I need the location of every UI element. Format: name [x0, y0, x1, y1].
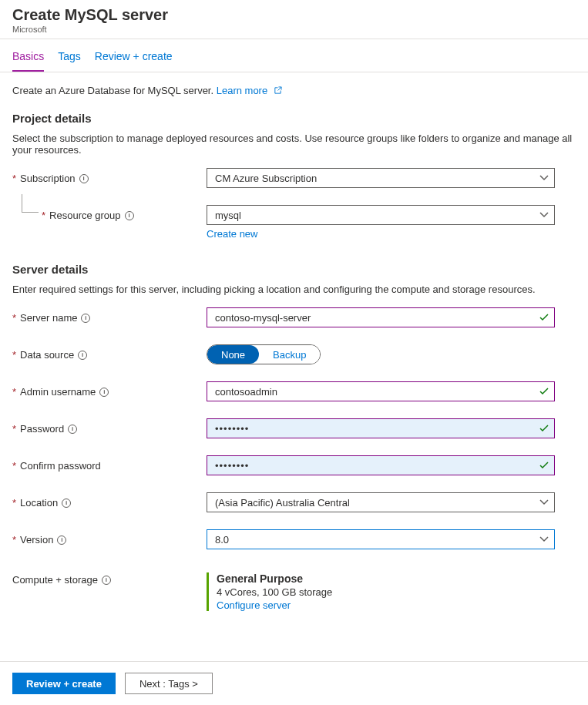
intro-desc: Create an Azure Database for MySQL serve… — [12, 85, 217, 96]
learn-more-text: Learn more — [217, 85, 267, 96]
version-select[interactable]: 8.0 — [207, 529, 555, 549]
required-indicator: * — [12, 534, 16, 546]
server-name-input[interactable]: contoso-mysql-server — [207, 307, 555, 327]
required-indicator: * — [12, 349, 16, 361]
server-details-desc: Enter required settings for this server,… — [12, 284, 576, 295]
resource-group-label: * Resource group i — [12, 205, 207, 221]
data-source-none[interactable]: None — [207, 345, 259, 364]
confirm-password-input[interactable]: •••••••• — [207, 455, 555, 475]
content: Create an Azure Database for MySQL serve… — [0, 72, 588, 611]
confirm-password-label-text: Confirm password — [20, 460, 101, 472]
compute-storage-label-text: Compute + storage — [12, 574, 98, 586]
data-source-label: * Data source i — [12, 344, 207, 361]
info-icon[interactable]: i — [102, 576, 111, 585]
confirm-password-label: * Confirm password — [12, 455, 207, 472]
admin-username-input[interactable]: contosoadmin — [207, 381, 555, 401]
subscription-value: CM Azure Subscription — [207, 168, 555, 188]
tab-review[interactable]: Review + create — [95, 50, 173, 72]
tab-tags[interactable]: Tags — [58, 50, 81, 72]
compute-storage-info: General Purpose 4 vCores, 100 GB storage… — [207, 572, 555, 611]
learn-more-link[interactable]: Learn more — [217, 85, 282, 96]
page-title: Create MySQL server — [12, 6, 576, 24]
tabs: Basics Tags Review + create — [0, 39, 588, 72]
location-label-text: Location — [20, 497, 58, 509]
required-indicator: * — [12, 497, 16, 509]
header: Create MySQL server Microsoft — [0, 0, 588, 39]
admin-username-input-wrapper: contosoadmin — [207, 381, 555, 401]
resource-group-select[interactable]: mysql — [207, 205, 555, 225]
intro-text: Create an Azure Database for MySQL serve… — [12, 85, 576, 96]
server-name-label-text: Server name — [20, 312, 77, 324]
location-label: * Location i — [12, 492, 207, 509]
subscription-select[interactable]: CM Azure Subscription — [207, 168, 555, 188]
server-details-heading: Server details — [12, 263, 576, 276]
version-value: 8.0 — [207, 529, 555, 549]
version-label-text: Version — [20, 534, 53, 546]
resource-group-value: mysql — [207, 205, 555, 225]
password-input[interactable]: •••••••• — [207, 418, 555, 438]
info-icon[interactable]: i — [79, 174, 89, 183]
info-icon[interactable]: i — [99, 388, 109, 397]
publisher-name: Microsoft — [12, 25, 576, 34]
project-details-heading: Project details — [12, 112, 576, 125]
version-label: * Version i — [12, 529, 207, 546]
admin-username-label-text: Admin username — [20, 386, 96, 398]
tree-indent-line — [22, 194, 39, 213]
data-source-toggle: None Backup — [207, 344, 321, 364]
location-select[interactable]: (Asia Pacific) Australia Central — [207, 492, 555, 512]
project-details-desc: Select the subscription to manage deploy… — [12, 133, 576, 156]
required-indicator: * — [12, 312, 16, 324]
tab-basics[interactable]: Basics — [12, 50, 44, 72]
external-link-icon — [274, 86, 282, 95]
compute-tier-title: General Purpose — [217, 572, 555, 585]
required-indicator: * — [12, 460, 16, 472]
configure-server-link[interactable]: Configure server — [217, 599, 555, 611]
location-value: (Asia Pacific) Australia Central — [207, 492, 555, 512]
resource-group-label-text: Resource group — [49, 210, 121, 221]
required-indicator: * — [12, 423, 16, 435]
review-create-button[interactable]: Review + create — [12, 673, 116, 694]
info-icon[interactable]: i — [62, 499, 71, 508]
server-name-label: * Server name i — [12, 307, 207, 324]
create-new-link[interactable]: Create new — [207, 228, 257, 240]
info-icon[interactable]: i — [57, 535, 66, 545]
info-icon[interactable]: i — [78, 351, 87, 360]
next-tags-button[interactable]: Next : Tags > — [125, 673, 213, 694]
data-source-label-text: Data source — [20, 349, 74, 361]
confirm-password-input-wrapper: •••••••• — [207, 455, 555, 475]
compute-tier-detail: 4 vCores, 100 GB storage — [217, 586, 555, 598]
compute-storage-label: Compute + storage i — [12, 569, 207, 586]
info-icon[interactable]: i — [81, 314, 90, 323]
required-indicator: * — [12, 173, 16, 184]
required-indicator: * — [12, 386, 16, 398]
info-icon[interactable]: i — [68, 425, 77, 434]
footer: Review + create Next : Tags > — [0, 661, 588, 705]
password-input-wrapper: •••••••• — [207, 418, 555, 438]
info-icon[interactable]: i — [125, 211, 134, 220]
subscription-label: * Subscription i — [12, 168, 207, 184]
password-label: * Password i — [12, 418, 207, 435]
password-label-text: Password — [20, 423, 64, 435]
admin-username-label: * Admin username i — [12, 381, 207, 398]
subscription-label-text: Subscription — [20, 173, 76, 184]
required-indicator: * — [42, 210, 45, 221]
data-source-backup[interactable]: Backup — [259, 345, 320, 364]
server-name-input-wrapper: contoso-mysql-server — [207, 307, 555, 327]
